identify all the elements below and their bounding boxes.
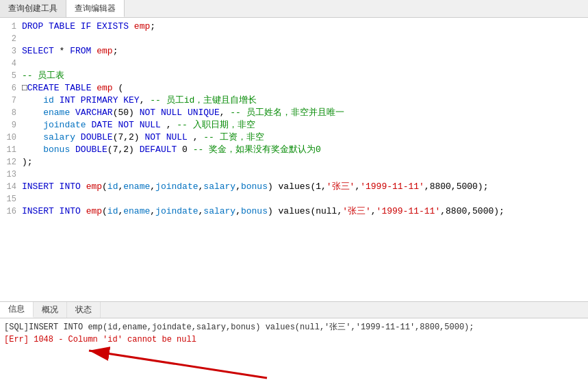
code-line: 14 INSERT INTO emp(id,ename,joindate,sal… (0, 181, 588, 193)
code-line: 6 □CREATE TABLE emp ( (0, 82, 588, 94)
code-line: 4 (0, 58, 588, 70)
code-line: 7 id INT PRIMARY KEY, -- 员工id，主键且自增长 (0, 94, 588, 107)
svg-line-1 (89, 351, 267, 378)
code-line: 12 ); (0, 156, 588, 168)
arrow-svg (82, 344, 274, 381)
bottom-panel: 信息 概况 状态 [SQL]INSERT INTO emp(id,ename,j… (0, 302, 588, 391)
editor-area[interactable]: 1 DROP TABLE IF EXISTS emp; 2 3 SELECT *… (0, 18, 588, 302)
code-line: 8 ename VARCHAR(50) NOT NULL UNIQUE, -- … (0, 107, 588, 119)
code-line: 11 bonus DOUBLE(7,2) DEFAULT 0 -- 奖金，如果没… (0, 144, 588, 156)
code-line: 9 joindate DATE NOT NULL , -- 入职日期，非空 (0, 119, 588, 131)
bottom-tab-info[interactable]: 信息 (0, 302, 34, 318)
code-line: 1 DROP TABLE IF EXISTS emp; (0, 21, 588, 33)
tab-bar: 查询创建工具 查询编辑器 (0, 0, 588, 18)
code-line: 13 (0, 168, 588, 181)
tab-query-builder[interactable]: 查询创建工具 (0, 0, 66, 17)
bottom-content-area: [SQL]INSERT INTO emp(id,ename,joindate,s… (0, 318, 588, 391)
error-arrow (82, 344, 274, 384)
code-line: 16 INSERT INTO emp(id,ename,joindate,sal… (0, 205, 588, 218)
code-line: 10 salary DOUBLE(7,2) NOT NULL , -- 工资，非… (0, 131, 588, 144)
code-line: 3 SELECT * FROM emp; (0, 45, 588, 58)
code-line: 15 (0, 193, 588, 205)
bottom-tab-bar: 信息 概况 状态 (0, 302, 588, 318)
info-line-sql: [SQL]INSERT INTO emp(id,ename,joindate,s… (4, 321, 584, 333)
bottom-tab-status[interactable]: 状态 (67, 302, 101, 318)
code-line: 5 -- 员工表 (0, 70, 588, 82)
code-line: 2 (0, 33, 588, 45)
bottom-tab-overview[interactable]: 概况 (34, 302, 67, 318)
tab-query-editor[interactable]: 查询编辑器 (66, 0, 125, 17)
